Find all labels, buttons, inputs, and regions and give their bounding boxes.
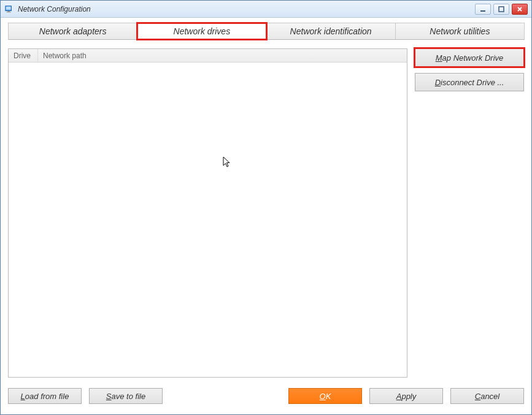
map-network-drive-button[interactable]: Map Network Drive	[415, 48, 524, 67]
save-to-file-button[interactable]: Save to file	[89, 388, 163, 404]
button-label-rest: isconnect Drive ...	[441, 78, 504, 87]
button-label-rest: ancel	[480, 392, 499, 401]
button-label-rest: pply	[401, 392, 416, 401]
apply-button[interactable]: Apply	[369, 388, 443, 404]
app-icon	[4, 4, 14, 14]
tab-label: Network adapters	[39, 26, 107, 36]
mnemonic: L	[21, 392, 25, 401]
window-title: Network Configuration	[18, 5, 91, 13]
button-label-rest: K	[326, 392, 331, 401]
ok-button[interactable]: OK	[288, 388, 362, 404]
mnemonic: C	[475, 392, 480, 401]
tab-network-identification[interactable]: Network identification	[266, 23, 396, 40]
tab-strip: Network adapters Network drives Network …	[8, 21, 524, 40]
mnemonic: O	[320, 392, 326, 401]
tab-network-drives[interactable]: Network drives	[137, 23, 266, 40]
cursor-icon	[223, 156, 231, 169]
svg-rect-5	[499, 7, 504, 12]
mnemonic: M	[436, 53, 442, 63]
window-controls	[475, 4, 529, 15]
column-header-drive[interactable]: Drive	[9, 49, 38, 62]
tab-page: Drive Network path Map Network Drive D	[8, 40, 524, 378]
close-button[interactable]	[512, 4, 528, 15]
tab-label: Network identification	[290, 26, 372, 36]
list-header: Drive Network path	[9, 49, 407, 63]
svg-rect-3	[7, 12, 11, 12]
tab-network-adapters[interactable]: Network adapters	[8, 23, 137, 40]
list-body[interactable]	[9, 63, 407, 377]
column-header-path[interactable]: Network path	[38, 49, 407, 62]
side-button-panel: Map Network Drive Disconnect Drive ...	[415, 48, 524, 378]
svg-rect-4	[480, 10, 485, 12]
load-from-file-button[interactable]: Load from file	[8, 388, 82, 404]
button-label-rest: oad from file	[25, 392, 69, 401]
drive-list[interactable]: Drive Network path	[8, 48, 407, 378]
bottom-bar: Load from file Save to file OK Apply Can…	[8, 378, 524, 407]
cancel-button[interactable]: Cancel	[450, 388, 524, 404]
minimize-button[interactable]	[475, 4, 491, 15]
maximize-button[interactable]	[493, 4, 509, 15]
mnemonic: D	[435, 78, 441, 87]
tab-network-utilities[interactable]: Network utilities	[395, 23, 525, 40]
disconnect-drive-button[interactable]: Disconnect Drive ...	[415, 73, 524, 91]
window-frame: Network Configuration Network adapters N…	[0, 0, 532, 415]
tab-label: Network drives	[174, 26, 231, 36]
svg-rect-1	[6, 6, 11, 9]
button-label-rest: ave to file	[112, 392, 146, 401]
svg-rect-2	[7, 10, 10, 12]
tab-label: Network utilities	[430, 26, 490, 36]
button-label-rest: ap Network Drive	[442, 53, 504, 63]
client-area: Network adapters Network drives Network …	[1, 18, 531, 414]
title-bar[interactable]: Network Configuration	[1, 1, 531, 18]
mnemonic: S	[106, 392, 112, 401]
